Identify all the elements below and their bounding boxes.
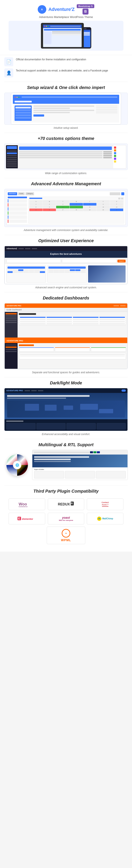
dark-nav-item-3[interactable] bbox=[38, 390, 43, 391]
wizard-sidebar-item-1 bbox=[16, 107, 31, 108]
dark-card-1[interactable] bbox=[6, 423, 35, 430]
screen-nav-bar bbox=[44, 29, 81, 31]
search-input-field[interactable] bbox=[6, 259, 61, 263]
mini-cell-13[interactable] bbox=[34, 271, 39, 273]
dash-sidebar-item-4[interactable] bbox=[6, 319, 17, 321]
dark-mode-toggle[interactable] bbox=[122, 390, 126, 392]
cal-day-18[interactable]: 18 bbox=[70, 209, 83, 211]
mini-cell-1[interactable] bbox=[7, 269, 12, 271]
dash-main-1 bbox=[18, 312, 127, 338]
options-sidebar-item-2[interactable] bbox=[7, 153, 17, 154]
search-input-location[interactable] bbox=[62, 259, 116, 263]
mini2-cell-8[interactable] bbox=[48, 271, 54, 273]
mini2-cell-9[interactable] bbox=[54, 271, 59, 273]
adv-list-item-4[interactable] bbox=[8, 211, 27, 215]
options-header bbox=[19, 147, 112, 150]
adv-list-item-3[interactable] bbox=[8, 207, 27, 211]
mini2-cell-10[interactable] bbox=[59, 271, 64, 273]
dash-sidebar2-item-2[interactable] bbox=[6, 346, 17, 348]
cal-day-5[interactable]: 5 bbox=[83, 203, 97, 206]
nav-link-1[interactable] bbox=[19, 248, 24, 249]
adv-list-item-1[interactable] bbox=[8, 199, 27, 203]
mini2-cell-3[interactable] bbox=[59, 269, 64, 271]
mini2-cell-4[interactable] bbox=[64, 269, 70, 271]
mini-cell-11[interactable] bbox=[24, 271, 29, 273]
dash-sidebar-item-1[interactable] bbox=[6, 313, 17, 314]
options-main bbox=[18, 145, 113, 168]
mini2-cell-6[interactable] bbox=[75, 269, 80, 271]
dash-nav-link-2[interactable] bbox=[120, 305, 126, 306]
mini-cell-10[interactable] bbox=[18, 271, 23, 273]
mini-cell-2[interactable] bbox=[13, 269, 18, 271]
mini2-cell-11[interactable] bbox=[64, 271, 70, 273]
mini-cell-5[interactable] bbox=[29, 269, 34, 271]
cal-day-7[interactable]: 7 bbox=[110, 203, 123, 206]
mini2-cell-7[interactable] bbox=[81, 269, 86, 271]
flag-en[interactable] bbox=[90, 451, 93, 453]
cal-day-20[interactable]: 20 bbox=[97, 209, 110, 211]
dash-sidebar-item-5[interactable] bbox=[6, 322, 17, 323]
cal-day-13[interactable]: 13 bbox=[97, 206, 110, 208]
adv-add-btn[interactable] bbox=[121, 192, 124, 195]
mini-cell-7[interactable] bbox=[40, 269, 45, 271]
wizard-button[interactable] bbox=[33, 115, 44, 117]
adv-tab-1[interactable]: Guide bbox=[18, 192, 25, 195]
mini-cell-3[interactable] bbox=[18, 269, 23, 271]
user-experience-title: Optimized User Experience bbox=[4, 238, 128, 243]
search-button[interactable]: Search bbox=[117, 260, 126, 262]
cal-day-6[interactable]: 6 bbox=[97, 203, 110, 206]
phone-notch bbox=[84, 28, 86, 29]
dash-sidebar2-item-1[interactable] bbox=[6, 344, 17, 346]
dash-nav-link-1[interactable] bbox=[113, 305, 119, 306]
dark-card-2[interactable] bbox=[36, 423, 66, 430]
cal-day-4[interactable]: 4 bbox=[70, 203, 83, 206]
mini-cell-6[interactable] bbox=[34, 269, 39, 271]
cal-day-1[interactable]: 1 bbox=[29, 203, 43, 206]
mini-cell-4[interactable] bbox=[24, 269, 29, 271]
cal-day-12[interactable]: 12 bbox=[83, 206, 97, 208]
cal-day-21[interactable]: 21 bbox=[110, 209, 123, 211]
dark-nav-item-1[interactable] bbox=[25, 390, 30, 391]
mini2-cell-2[interactable] bbox=[54, 269, 59, 271]
cal-next-btn[interactable] bbox=[121, 198, 123, 199]
nav-link-2[interactable] bbox=[25, 248, 30, 249]
adv-list-item-2[interactable] bbox=[8, 203, 27, 207]
mini2-cell-12[interactable] bbox=[70, 271, 75, 273]
cal-day-16[interactable]: 16 bbox=[43, 209, 56, 211]
cal-day-10[interactable]: 10 bbox=[56, 206, 70, 208]
mini-cell-14[interactable] bbox=[40, 271, 45, 273]
dark-card-3[interactable] bbox=[67, 423, 96, 430]
adv-list-item-5[interactable] bbox=[8, 215, 27, 219]
nav-link-3[interactable] bbox=[32, 248, 37, 249]
adv-tab-active[interactable]: Adventure bbox=[8, 192, 17, 195]
dash-sidebar-item-3[interactable] bbox=[6, 317, 17, 319]
cal-day-19[interactable]: 19 bbox=[83, 209, 97, 211]
mini2-cell-14[interactable] bbox=[81, 271, 86, 273]
dash-sidebar2-item-3[interactable] bbox=[6, 349, 17, 350]
mini-cell-12[interactable] bbox=[29, 271, 34, 273]
cal-day-17[interactable]: 17 bbox=[56, 209, 70, 211]
dark-card-4[interactable] bbox=[97, 423, 126, 430]
flag-it[interactable] bbox=[94, 451, 97, 453]
cal-day-15[interactable]: 15 bbox=[29, 209, 43, 211]
cal-day-11[interactable]: 11 bbox=[70, 206, 83, 208]
flag-fr[interactable] bbox=[97, 451, 100, 453]
mini-cell-8[interactable] bbox=[7, 271, 12, 273]
cal-day-2[interactable]: 2 bbox=[43, 203, 56, 206]
mini2-cell-5[interactable] bbox=[70, 269, 75, 271]
mini-cell-9[interactable] bbox=[13, 271, 18, 273]
dash-sidebar2-item-4[interactable] bbox=[6, 351, 17, 352]
cal-prev-btn[interactable] bbox=[118, 198, 121, 199]
mini2-cell-1[interactable] bbox=[48, 269, 54, 271]
adv-search-bar[interactable] bbox=[110, 192, 121, 195]
mini2-cell-13[interactable] bbox=[75, 271, 80, 273]
dark-nav-item-2[interactable] bbox=[31, 390, 37, 391]
dash-sidebar-item-2[interactable] bbox=[6, 315, 17, 316]
cal-day-9[interactable]: 9 bbox=[43, 206, 56, 208]
cal-day-14[interactable]: 14 bbox=[110, 206, 123, 208]
adv-tab-2[interactable]: Category bbox=[26, 192, 34, 195]
adv-list-item-6[interactable] bbox=[8, 219, 27, 223]
cal-day-8[interactable]: 8 bbox=[29, 206, 43, 208]
options-sidebar-item-4 bbox=[7, 157, 17, 158]
cal-day-3[interactable]: 3 bbox=[56, 203, 70, 206]
